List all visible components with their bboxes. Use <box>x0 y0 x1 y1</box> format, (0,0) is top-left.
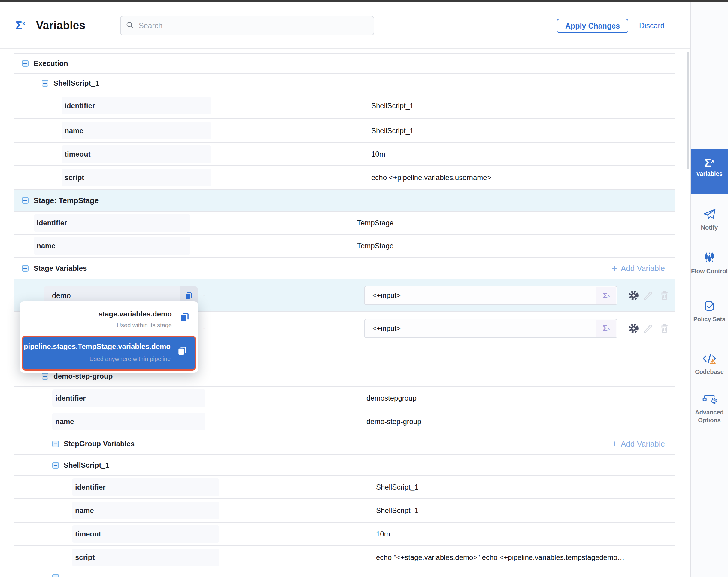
collapse-icon[interactable] <box>52 441 59 447</box>
variable-value-input[interactable]: <+input>Σx <box>364 286 618 305</box>
settings-gear-icon[interactable] <box>627 289 640 302</box>
variable-value-input[interactable]: <+input>Σx <box>364 319 618 338</box>
add-variable-button[interactable]: +Add Variable <box>612 440 665 449</box>
table-row: Stage Variables+Add Variable <box>14 257 675 279</box>
table-row: identifierShellScript_1 <box>14 93 675 119</box>
table-row: ShellScript_1 <box>14 455 675 476</box>
field-name-chip: script <box>72 549 219 566</box>
settings-gear-icon[interactable] <box>627 322 640 335</box>
sidebar-item-notify[interactable]: Notify <box>691 207 728 231</box>
edit-pencil-icon[interactable] <box>642 322 655 335</box>
sidebar-item-codebase[interactable]: Codebase <box>691 352 728 376</box>
add-variable-label: Add Variable <box>621 440 665 449</box>
field-value: 10m <box>376 530 390 538</box>
table-row: scriptecho <+pipeline.variables.username… <box>14 166 675 190</box>
sliders-icon <box>702 260 716 266</box>
table-row: nameTempStage <box>14 235 675 257</box>
copy-icon[interactable] <box>179 311 190 324</box>
sidebar-item-label: Flow Control <box>691 267 728 275</box>
table-row: namedemo-step-group <box>14 410 675 433</box>
table-row: nameShellScript_1 <box>14 499 675 523</box>
plus-icon: + <box>612 440 617 449</box>
collapse-icon[interactable] <box>52 462 59 469</box>
scrollbar-thumb[interactable] <box>687 52 689 169</box>
field-name-chip: name <box>72 502 219 519</box>
sidebar-item-label: Policy Sets <box>691 315 728 323</box>
variable-reference-option[interactable]: stage.variables.demoUsed within its stag… <box>20 301 198 335</box>
collapse-icon[interactable] <box>42 373 48 380</box>
variable-reference-scope: Used within its stage <box>117 322 172 329</box>
discard-button[interactable]: Discard <box>639 21 665 30</box>
variable-reference-scope: Used anywhere within pipeline <box>89 355 171 362</box>
field-value: TempStage <box>357 242 393 250</box>
table-row: identifierTempStage <box>14 212 675 235</box>
expression-sigma-icon[interactable]: Σx <box>596 287 616 304</box>
field-name-chip: identifier <box>52 390 205 407</box>
search-box[interactable] <box>120 16 374 35</box>
panel-header: Σx Variables Apply Changes Discard <box>0 2 690 49</box>
table-row: identifierShellScript_1 <box>14 476 675 499</box>
send-icon <box>702 217 717 222</box>
sidebar-item-flow-control[interactable]: Flow Control <box>691 251 728 275</box>
search-input[interactable] <box>138 21 369 30</box>
field-name-chip: name <box>61 122 211 140</box>
field-name-chip: timeout <box>61 146 211 163</box>
page-title: Variables <box>36 19 85 32</box>
field-value: TempStage <box>357 219 393 227</box>
required-mark: - <box>203 291 206 300</box>
collapse-icon[interactable] <box>52 574 59 577</box>
policy-sets-icon <box>702 309 716 314</box>
add-variable-button[interactable]: +Add Variable <box>612 264 665 273</box>
sidebar-item-policy-sets[interactable]: Policy Sets <box>691 299 728 323</box>
variable-reference-option[interactable]: pipeline.stages.TempStage.variables.demo… <box>22 336 196 371</box>
section-label: ShellScript_1 <box>64 461 109 470</box>
table-row: nameShellScript_1 <box>14 119 675 143</box>
sigma-x-icon: Σx <box>16 20 26 31</box>
sidebar-item-advanced-options[interactable]: Advanced Options <box>691 392 728 424</box>
edit-pencil-icon[interactable] <box>642 289 655 302</box>
section-label: ShellScript_1 <box>53 79 99 87</box>
variable-reference-popup: stage.variables.demoUsed within its stag… <box>20 301 198 373</box>
right-sidebar: ΣxVariablesNotifyFlow ControlPolicy Sets… <box>690 2 728 577</box>
table-row: timeout10m <box>14 143 675 166</box>
variable-value-text: <+input> <box>365 324 401 333</box>
variables-panel-page: { "header": { "logo": "Σ", "logo_sup": "… <box>0 0 728 577</box>
section-label: StepGroup Variables <box>64 440 134 448</box>
codebase-warning-icon <box>702 361 717 366</box>
field-value: ShellScript_1 <box>376 483 418 491</box>
field-name-chip: name <box>34 237 190 254</box>
field-name-chip: identifier <box>61 97 211 115</box>
table-row: Execution <box>14 54 675 74</box>
sidebar-item-label: Advanced Options <box>691 408 728 424</box>
variable-reference-path: pipeline.stages.TempStage.variables.demo <box>24 342 171 351</box>
sidebar-item-label: Codebase <box>691 368 728 376</box>
window-top-bar <box>0 0 728 2</box>
table-row: StepGroup Variables+Add Variable <box>14 433 675 455</box>
copy-icon[interactable] <box>177 345 188 357</box>
field-value: ShellScript_1 <box>376 506 418 515</box>
delete-trash-icon[interactable] <box>658 289 671 302</box>
table-row: Stage: TempStage <box>14 190 675 212</box>
expression-sigma-icon[interactable]: Σx <box>596 320 616 337</box>
advanced-options-icon <box>702 402 717 407</box>
variable-reference-path: stage.variables.demo <box>99 310 172 318</box>
collapse-icon[interactable] <box>22 60 28 67</box>
field-value: echo <+pipeline.variables.username> <box>371 173 491 182</box>
collapse-icon[interactable] <box>22 197 28 204</box>
field-value: demostepgroup <box>366 394 417 402</box>
collapse-icon[interactable] <box>22 265 28 272</box>
apply-changes-button[interactable]: Apply Changes <box>557 19 628 33</box>
collapse-icon[interactable] <box>42 80 48 86</box>
sidebar-item-variables[interactable]: ΣxVariables <box>691 149 728 194</box>
section-label: Stage: TempStage <box>34 196 99 205</box>
field-value: ShellScript_1 <box>371 127 414 135</box>
field-name-chip: identifier <box>34 214 190 232</box>
section-label: Stage Variables <box>34 264 87 273</box>
section-label: Execution <box>34 59 68 68</box>
delete-trash-icon[interactable] <box>658 322 671 335</box>
field-value: ShellScript_1 <box>371 102 414 110</box>
sidebar-item-label: Notify <box>691 224 728 231</box>
sigma-x-icon: Σx <box>704 157 714 169</box>
section-label: demo-step-group <box>53 372 113 380</box>
field-value: 10m <box>371 150 385 158</box>
